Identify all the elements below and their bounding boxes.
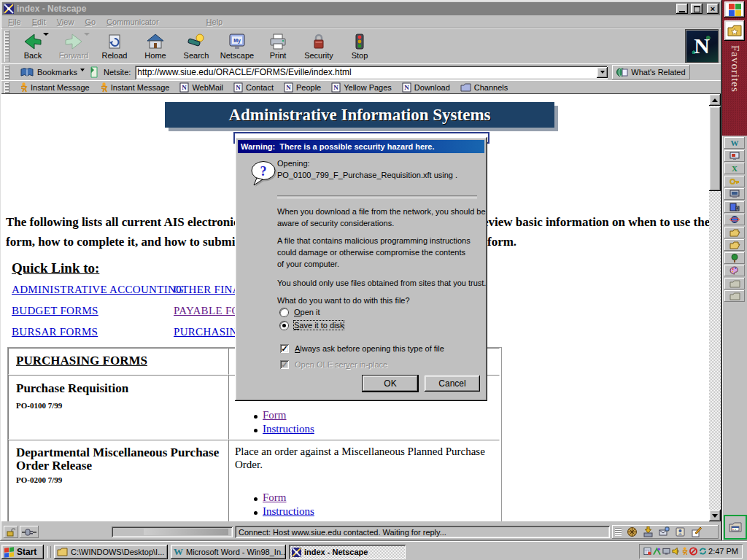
- folder-shortcut-button-1[interactable]: [724, 278, 745, 289]
- security-warning-dialog: Warning: There is a possible security ha…: [235, 137, 487, 401]
- menu-edit[interactable]: Edit: [32, 18, 46, 26]
- personal-item-people[interactable]: N People: [284, 82, 321, 93]
- menu-communicator[interactable]: Communicator: [107, 18, 159, 26]
- personal-item-contact[interactable]: N Contact: [233, 82, 274, 93]
- menu-go[interactable]: Go: [85, 18, 96, 26]
- cancel-button[interactable]: Cancel: [425, 376, 480, 392]
- reload-button[interactable]: Reload: [94, 31, 135, 63]
- back-dropdown-icon[interactable]: [43, 33, 49, 36]
- binder-shortcut-button[interactable]: 4: [724, 201, 745, 213]
- location-proxy-icon[interactable]: [89, 66, 99, 78]
- minimize-button[interactable]: [676, 4, 688, 14]
- office-logo-icon[interactable]: [724, 1, 745, 18]
- search-button[interactable]: Search: [176, 31, 217, 63]
- whats-related-button[interactable]: What's Related: [612, 65, 689, 79]
- sync-icon[interactable]: [699, 547, 707, 556]
- radio-save-to-disk[interactable]: Save it to disk: [280, 321, 344, 330]
- personal-grip[interactable]: [4, 82, 9, 93]
- personal-item-instant-message-2[interactable]: Instant Message: [100, 82, 170, 93]
- desktop-folder-button[interactable]: [724, 515, 747, 540]
- addressbook-icon[interactable]: [675, 526, 686, 537]
- checkbox-icon[interactable]: ✓: [280, 344, 289, 353]
- close-button[interactable]: ×: [707, 4, 719, 14]
- scheduler-icon[interactable]: [643, 547, 651, 556]
- toolbar-grip[interactable]: [4, 31, 9, 62]
- computer-shortcut-button[interactable]: [724, 188, 745, 200]
- excel-shortcut-button[interactable]: X: [724, 163, 745, 174]
- netscape-button[interactable]: My Netscape: [217, 31, 258, 63]
- screen-shortcut-button[interactable]: [724, 150, 745, 162]
- link-bursar-forms[interactable]: BURSAR FORMS: [12, 326, 98, 338]
- link-budget-forms[interactable]: BUDGET FORMS: [12, 305, 98, 317]
- taskbar-divider[interactable]: [47, 546, 51, 558]
- radio-button-icon[interactable]: [280, 308, 288, 316]
- screen-icon: [729, 152, 740, 160]
- lines-icon[interactable]: [615, 528, 622, 536]
- personal-item-download[interactable]: N Download: [402, 82, 450, 93]
- scroll-down-button[interactable]: [709, 510, 721, 521]
- inbox-icon[interactable]: [643, 526, 654, 537]
- task-netscape[interactable]: index - Netscape: [289, 545, 406, 559]
- mailbox-icon[interactable]: [659, 526, 670, 537]
- volume-icon[interactable]: [672, 547, 680, 556]
- folder-open-shortcut-button-1[interactable]: [724, 227, 745, 238]
- personal-toolbar: Instant Message Instant Message N WebMai…: [1, 80, 721, 95]
- radio-button-icon[interactable]: [280, 322, 288, 330]
- instructions-link[interactable]: Instructions: [263, 423, 314, 435]
- scrollbar-thumb[interactable]: [709, 106, 721, 191]
- location-toolbar: Bookmarks Netsite: What's Related: [1, 63, 721, 81]
- favorites-folder-icon[interactable]: [724, 20, 745, 41]
- restore-button[interactable]: [691, 4, 703, 14]
- art-shortcut-button[interactable]: [724, 265, 745, 276]
- navigator-wheel-icon[interactable]: [627, 526, 638, 537]
- menu-file[interactable]: File: [8, 18, 21, 26]
- bookmarks-button[interactable]: Bookmarks: [20, 67, 85, 77]
- online-status-button[interactable]: [20, 526, 39, 538]
- url-field[interactable]: [135, 66, 608, 79]
- checkbox-always-ask[interactable]: ✓ Always ask before opening this type of…: [280, 344, 444, 353]
- ok-button[interactable]: OK: [363, 376, 418, 392]
- folder-shortcut-button-2[interactable]: [724, 290, 745, 302]
- folder-open-shortcut-button-2[interactable]: [724, 239, 745, 251]
- progress-chunk: [144, 529, 228, 535]
- task-word[interactable]: W Microsoft Word - Win98_In...: [171, 545, 286, 559]
- dialog-opening-file: PO_0100_799_F_Purchase_Requisition.xft u…: [277, 169, 457, 181]
- form-link[interactable]: Form: [263, 409, 287, 421]
- forward-button[interactable]: Forward: [53, 31, 94, 63]
- personal-item-channels[interactable]: Channels: [460, 83, 508, 92]
- dialog-titlebar[interactable]: Warning: There is a possible security ha…: [238, 140, 484, 153]
- print-button[interactable]: Print: [258, 31, 298, 63]
- display-icon[interactable]: [662, 547, 670, 556]
- security-button[interactable]: Security: [298, 31, 339, 63]
- instructions-link[interactable]: Instructions: [263, 505, 314, 518]
- home-button[interactable]: Home: [135, 31, 176, 63]
- start-button[interactable]: Start: [1, 545, 44, 559]
- url-input[interactable]: [135, 67, 597, 78]
- globe-shortcut-button[interactable]: [724, 214, 745, 225]
- personal-item-webmail[interactable]: N WebMail: [179, 82, 223, 93]
- personal-item-yellow-pages[interactable]: N Yellow Pages: [331, 82, 392, 93]
- personal-item-instant-message-1[interactable]: Instant Message: [20, 82, 90, 93]
- scroll-up-button[interactable]: [709, 94, 721, 106]
- back-button[interactable]: Back: [12, 31, 53, 63]
- window-titlebar[interactable]: index - Netscape ×: [2, 2, 720, 15]
- tree-shortcut-button[interactable]: [724, 252, 745, 264]
- task-explorer[interactable]: C:\WINDOWS\Desktop\I...: [54, 545, 168, 559]
- netscape-throbber[interactable]: N: [686, 30, 718, 62]
- menu-view[interactable]: View: [57, 18, 74, 26]
- radio-open-it[interactable]: Open it: [280, 308, 320, 316]
- blocked-icon[interactable]: [689, 547, 697, 556]
- url-dropdown-button[interactable]: [597, 67, 608, 78]
- modem-icon[interactable]: [653, 547, 661, 556]
- form-link[interactable]: Form: [263, 491, 287, 504]
- word-shortcut-button[interactable]: W: [724, 137, 745, 149]
- link-administrative-accounting[interactable]: ADMINISTRATIVE ACCOUNTING: [12, 284, 184, 296]
- composer-icon[interactable]: [691, 526, 702, 537]
- vertical-scrollbar[interactable]: [709, 94, 721, 521]
- aim-icon[interactable]: [681, 547, 688, 556]
- stop-button[interactable]: Stop: [339, 31, 380, 63]
- menu-help[interactable]: Help: [206, 18, 223, 26]
- security-status-button[interactable]: [4, 526, 18, 538]
- key-shortcut-button[interactable]: [724, 176, 745, 187]
- location-grip[interactable]: [4, 66, 9, 79]
